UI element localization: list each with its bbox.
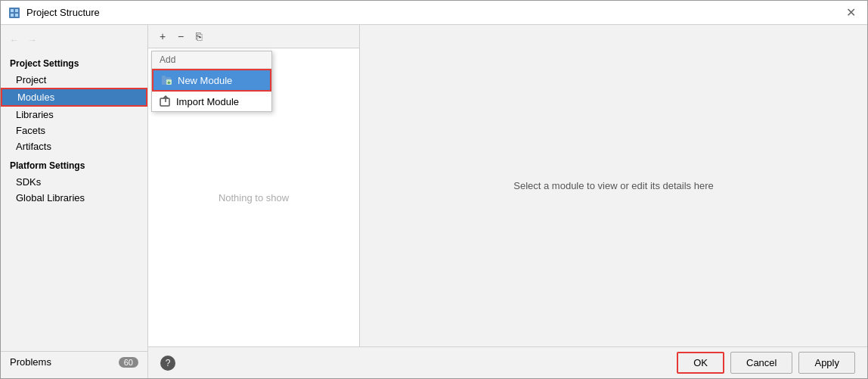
- problems-badge: 60: [119, 357, 138, 368]
- project-settings-header: Project Settings: [1, 52, 147, 72]
- main-area: + Add: [148, 25, 867, 378]
- sidebar-item-libraries[interactable]: Libraries: [1, 107, 147, 123]
- back-button[interactable]: ←: [7, 33, 22, 48]
- svg-text:+: +: [167, 79, 171, 86]
- new-module-item[interactable]: + New Module: [152, 69, 271, 92]
- svg-rect-6: [162, 76, 166, 78]
- problems-area[interactable]: Problems 60: [1, 351, 147, 372]
- new-module-icon: +: [161, 74, 173, 86]
- dropdown-header: Add: [152, 51, 271, 69]
- detail-panel: Select a module to view or edit its deta…: [360, 25, 867, 346]
- import-module-label: Import Module: [176, 96, 239, 107]
- add-button[interactable]: +: [154, 28, 171, 45]
- platform-settings-header: Platform Settings: [1, 154, 147, 174]
- main-content: + Add: [148, 25, 867, 346]
- add-dropdown-container: + Add: [154, 28, 171, 45]
- svg-rect-4: [15, 14, 18, 17]
- cancel-button[interactable]: Cancel: [730, 352, 792, 374]
- ok-button[interactable]: OK: [677, 352, 724, 374]
- copy-button[interactable]: ⎘: [191, 28, 207, 45]
- bottom-buttons: OK Cancel Apply: [677, 352, 855, 374]
- import-module-item[interactable]: Import Module: [152, 92, 271, 111]
- forward-button[interactable]: →: [25, 33, 40, 48]
- title-bar-left: Project Structure: [8, 7, 100, 19]
- problems-label: Problems: [10, 356, 51, 368]
- help-button[interactable]: ?: [160, 356, 175, 371]
- sidebar-item-project[interactable]: Project: [1, 72, 147, 88]
- import-module-icon: [160, 95, 172, 107]
- add-dropdown-menu: Add +: [151, 51, 272, 112]
- toolbar: + Add: [148, 25, 359, 48]
- sidebar-item-modules[interactable]: Modules: [1, 88, 147, 107]
- svg-rect-2: [15, 9, 18, 12]
- remove-button[interactable]: −: [172, 28, 189, 45]
- window-title: Project Structure: [26, 7, 100, 18]
- module-list-panel: + Add: [148, 25, 360, 346]
- sidebar-item-sdks[interactable]: SDKs: [1, 174, 147, 190]
- sidebar-item-artifacts[interactable]: Artifacts: [1, 138, 147, 154]
- nav-controls: ← →: [1, 31, 147, 52]
- new-module-label: New Module: [178, 75, 232, 86]
- close-button[interactable]: ✕: [842, 4, 860, 22]
- window-icon: [8, 7, 20, 19]
- apply-button[interactable]: Apply: [798, 352, 855, 374]
- empty-message: Nothing to show: [219, 192, 289, 203]
- sidebar: ← → Project Settings Project Modules Lib…: [1, 25, 148, 378]
- svg-rect-1: [11, 9, 14, 12]
- svg-rect-9: [160, 98, 169, 106]
- sidebar-item-facets[interactable]: Facets: [1, 123, 147, 138]
- bottom-bar: ? OK Cancel Apply: [148, 346, 867, 378]
- content-area: ← → Project Settings Project Modules Lib…: [1, 25, 867, 378]
- sidebar-item-global-libraries[interactable]: Global Libraries: [1, 190, 147, 206]
- svg-rect-3: [11, 14, 14, 17]
- project-structure-window: Project Structure ✕ ← → Project Settings…: [0, 0, 868, 379]
- title-bar: Project Structure ✕: [1, 1, 867, 25]
- sidebar-spacer: [1, 206, 147, 351]
- detail-message: Select a module to view or edit its deta…: [513, 180, 713, 191]
